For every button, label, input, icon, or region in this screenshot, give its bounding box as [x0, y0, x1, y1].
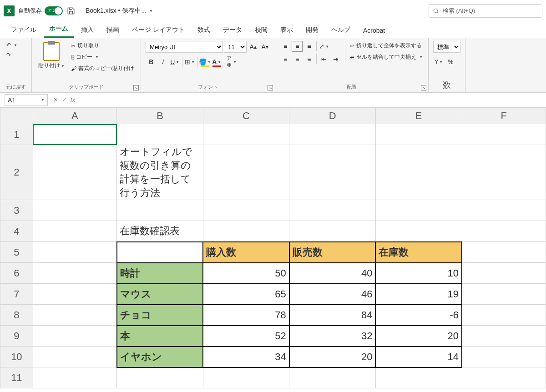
percent-button[interactable]: % — [445, 56, 456, 67]
cell-E5[interactable]: 在庫数 — [375, 242, 462, 263]
cell-E3[interactable] — [375, 200, 462, 221]
wrap-text-button[interactable]: ↩折り返して全体を表示する — [349, 41, 423, 50]
cell-D6[interactable]: 40 — [289, 263, 376, 284]
filename[interactable]: Book1.xlsx • 保存中... ▼ — [86, 7, 153, 15]
row-header-10[interactable]: 10 — [0, 347, 33, 367]
cell-E4[interactable] — [375, 221, 462, 242]
formula-input[interactable] — [79, 94, 546, 106]
cell-F7[interactable] — [462, 284, 546, 305]
redo-button[interactable]: ↷ — [5, 51, 13, 59]
cell-A9[interactable] — [33, 326, 116, 347]
row-header-9[interactable]: 9 — [0, 326, 33, 347]
cell-D5[interactable]: 販売数 — [289, 242, 376, 263]
font-name-select[interactable]: Meiryo UI — [146, 41, 223, 53]
column-header-B[interactable]: B — [117, 108, 203, 124]
tab-ヘルプ[interactable]: ヘルプ — [326, 22, 356, 38]
cell-D2[interactable] — [289, 145, 376, 200]
cell-E6[interactable]: 10 — [375, 263, 462, 284]
font-size-select[interactable]: 11 — [224, 41, 247, 53]
cell-E2[interactable] — [375, 145, 462, 200]
tab-データ[interactable]: データ — [217, 22, 248, 38]
cell-F1[interactable] — [462, 124, 546, 145]
decrease-indent-button[interactable]: ⇤ — [318, 54, 329, 65]
save-icon[interactable] — [66, 6, 76, 15]
cell-B11[interactable] — [117, 367, 203, 388]
row-header-5[interactable]: 5 — [0, 242, 33, 263]
cell-C3[interactable] — [203, 200, 289, 221]
spreadsheet-grid[interactable]: ABCDEF12オートフィルで複数の引き算の計算を一括して行う方法34在庫数確認… — [0, 107, 546, 388]
cell-D3[interactable] — [289, 200, 376, 221]
increase-font-button[interactable]: A▴ — [248, 41, 258, 52]
tab-描画[interactable]: 描画 — [101, 22, 125, 38]
cell-A11[interactable] — [33, 367, 116, 388]
toggle-switch[interactable]: オン — [45, 6, 63, 15]
cell-F3[interactable] — [462, 200, 546, 221]
tab-校閲[interactable]: 校閲 — [249, 22, 273, 38]
row-header-2[interactable]: 2 — [0, 145, 33, 200]
cell-B5[interactable] — [117, 242, 203, 263]
number-format-select[interactable]: 標準 — [433, 41, 460, 53]
tab-表示[interactable]: 表示 — [275, 22, 298, 38]
tab-挿入[interactable]: 挿入 — [76, 22, 99, 38]
dialog-launcher-icon[interactable]: ↘ — [421, 85, 426, 90]
cell-C7[interactable]: 65 — [203, 284, 289, 305]
cut-button[interactable]: ✂切り取り — [69, 41, 101, 50]
cell-A5[interactable] — [33, 242, 116, 263]
dialog-launcher-icon[interactable]: ↘ — [268, 85, 273, 90]
cell-A1[interactable] — [33, 124, 116, 145]
align-middle-button[interactable]: ≡ — [292, 41, 303, 52]
dialog-launcher-icon[interactable]: ↘ — [133, 85, 139, 90]
copy-button[interactable]: ⎘コピー▼ — [69, 52, 101, 62]
undo-button[interactable]: ↶▼ — [5, 41, 19, 49]
cell-C6[interactable]: 50 — [203, 263, 289, 284]
column-header-F[interactable]: F — [462, 108, 546, 124]
cell-C4[interactable] — [203, 221, 289, 242]
cell-A3[interactable] — [33, 200, 116, 221]
cell-F11[interactable] — [462, 367, 546, 388]
cell-D8[interactable]: 84 — [289, 305, 376, 326]
cell-B4[interactable]: 在庫数確認表 — [117, 221, 203, 242]
cell-C8[interactable]: 78 — [203, 305, 289, 326]
increase-indent-button[interactable]: ⇥ — [330, 54, 341, 65]
currency-button[interactable]: ¥▼ — [433, 56, 444, 67]
cell-E11[interactable] — [375, 367, 462, 388]
search-input[interactable]: 検索 (Alt+Q) — [429, 4, 542, 18]
cell-F4[interactable] — [462, 221, 546, 242]
cell-B6[interactable]: 時計 — [117, 263, 203, 284]
align-right-button[interactable]: ≡ — [303, 54, 314, 65]
cell-D1[interactable] — [289, 124, 376, 145]
row-header-7[interactable]: 7 — [0, 284, 33, 305]
border-button[interactable]: ⊞▼ — [184, 56, 195, 67]
cell-F10[interactable] — [462, 347, 546, 367]
cell-E9[interactable]: 20 — [375, 326, 462, 347]
align-left-button[interactable]: ≡ — [280, 54, 291, 65]
cell-D7[interactable]: 46 — [289, 284, 376, 305]
cell-A7[interactable] — [33, 284, 116, 305]
paste-button[interactable]: 貼り付け▼ — [36, 41, 66, 70]
row-header-3[interactable]: 3 — [0, 200, 33, 221]
cell-D11[interactable] — [289, 367, 376, 388]
cell-C5[interactable]: 購入数 — [203, 242, 289, 263]
cell-A6[interactable] — [33, 263, 116, 284]
tab-数式[interactable]: 数式 — [192, 22, 216, 38]
fill-color-button[interactable]: 🪣▼ — [199, 56, 210, 67]
select-all-corner[interactable] — [0, 108, 33, 124]
column-header-C[interactable]: C — [203, 108, 289, 124]
cell-C1[interactable] — [203, 124, 289, 145]
tab-ページ レイアウト[interactable]: ページ レイアウト — [126, 22, 190, 38]
phonetic-button[interactable]: ア亜▼ — [226, 56, 237, 67]
cell-F9[interactable] — [462, 326, 546, 347]
column-header-D[interactable]: D — [289, 108, 376, 124]
cell-D10[interactable]: 20 — [289, 347, 376, 367]
cell-A8[interactable] — [33, 305, 116, 326]
cell-C10[interactable]: 34 — [203, 347, 289, 367]
tab-ファイル[interactable]: ファイル — [5, 22, 42, 38]
fx-icon[interactable]: fx — [71, 96, 75, 103]
format-painter-button[interactable]: 🖌書式のコピー/貼り付け — [69, 64, 136, 73]
row-header-1[interactable]: 1 — [0, 124, 33, 145]
cell-E1[interactable] — [375, 124, 462, 145]
cell-B3[interactable] — [117, 200, 203, 221]
tab-Acrobat[interactable]: Acrobat — [358, 23, 390, 38]
cancel-formula-icon[interactable]: ✕ — [53, 96, 58, 103]
cell-E10[interactable]: 14 — [375, 347, 462, 367]
